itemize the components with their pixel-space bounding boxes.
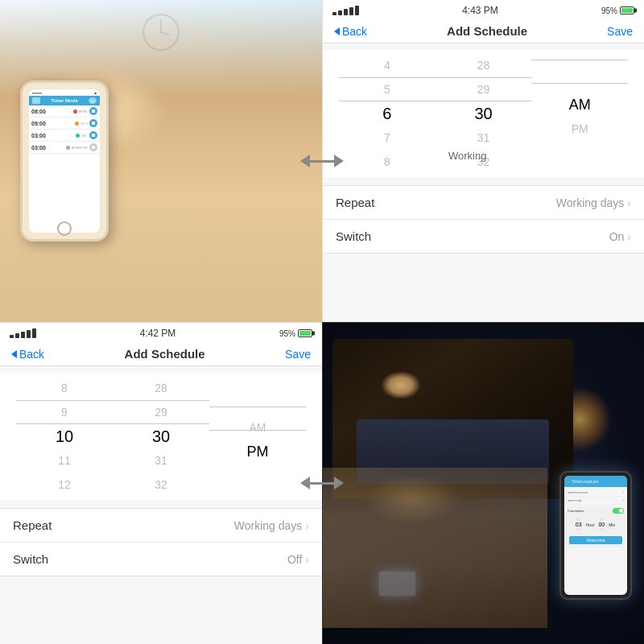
repeat-value: Working days	[556, 196, 625, 209]
nav-title-bottom: Add Schedule	[125, 347, 205, 361]
determine-button[interactable]: Determine	[569, 536, 622, 544]
switch-row[interactable]: Switch On ›	[323, 220, 644, 253]
home-button[interactable]	[57, 221, 72, 236]
settings-section-top: Repeat Working days › Switch On ›	[323, 185, 644, 254]
repeat-chevron-icon: ›	[627, 196, 631, 209]
battery-percent: 95%	[601, 6, 617, 15]
min-30b-selected: 30	[113, 424, 209, 448]
min-32: 32	[436, 150, 532, 174]
nav-bar-bottom: Back Add Schedule Save	[0, 342, 322, 366]
hour-5: 5	[339, 77, 436, 101]
hour-11b: 11	[16, 448, 113, 473]
clock-icon	[141, 12, 181, 52]
timer-row-2: 09:00 1·F·5	[29, 118, 100, 130]
battery-percent-bottom: 95%	[279, 329, 295, 338]
mini-time-picker: 02 03 04 Hour 00 00 01 Min	[568, 515, 624, 535]
app-title: Timer Mode	[51, 98, 78, 103]
hour-column-bottom[interactable]: 8 9 10 11 12	[16, 376, 113, 497]
timer-toggle-btn-2[interactable]	[89, 119, 97, 127]
back-label: Back	[342, 25, 367, 38]
countdown-section: Countdown 02 03 04 Hour	[566, 506, 625, 547]
back-chevron-icon-2	[11, 350, 17, 358]
hour-6-selected: 6	[339, 101, 436, 126]
timer-toggle-btn[interactable]	[89, 107, 97, 115]
battery-icon-bottom	[298, 329, 312, 337]
battery-area-bottom: 95%	[279, 329, 312, 338]
switch-row-bottom[interactable]: Switch Off ›	[0, 543, 322, 576]
minute-column-bottom[interactable]: 28 29 30 31 32	[113, 376, 209, 497]
ampm-pm-b: PM	[209, 440, 306, 464]
save-button[interactable]: Save	[607, 25, 633, 38]
ampm-am: AM	[531, 93, 628, 117]
woman-with-phone	[323, 468, 547, 629]
status-bar-top: 4:43 PM 95%	[323, 0, 644, 19]
min-32b: 32	[113, 473, 209, 497]
min-31b: 31	[113, 448, 209, 473]
phone-small-screen: ← TimerLoopLine smart account › smart ru…	[564, 476, 627, 595]
app-header: ← Timer Mode +	[29, 96, 100, 105]
ios-schedule-top: 4:43 PM 95% Back Add Schedule S	[323, 0, 644, 322]
quadrant-bottom-left: 4:42 PM 95% Back Add Schedule S	[0, 322, 322, 644]
time-picker-top[interactable]: 4 5 6 7 8 28 29 30 31	[323, 50, 644, 177]
quadrant-top-left: ●●●●● ■ ← Timer Mode +	[0, 0, 322, 322]
switch-label-bottom: Switch	[13, 552, 48, 566]
timer-toggle-btn-3[interactable]	[89, 131, 97, 139]
repeat-value-bottom: Working days	[234, 519, 303, 532]
switch-chevron-icon: ›	[627, 230, 631, 243]
min-28b: 28	[113, 376, 209, 400]
switch-value-bottom: Off	[287, 553, 302, 566]
status-dot-red	[73, 109, 77, 114]
svg-point-3	[159, 31, 163, 34]
ios-schedule-bottom: 4:42 PM 95% Back Add Schedule S	[0, 323, 322, 644]
hour-9b: 9	[16, 400, 113, 424]
save-button-bottom[interactable]: Save	[285, 348, 311, 361]
settings-section-bottom: Repeat Working days › Switch Off ›	[0, 508, 322, 576]
time-picker-bottom[interactable]: 8 9 10 11 12 28 29 30 31 32	[0, 373, 322, 500]
status-dot-green	[76, 134, 80, 138]
quadrant-bottom-right: ← TimerLoopLine smart account › smart ru…	[322, 322, 644, 644]
switch-label: Switch	[336, 229, 371, 243]
repeat-row-bottom[interactable]: Repeat Working days ›	[0, 509, 322, 543]
status-dot-gray	[66, 146, 70, 150]
phone-small-dark: ← TimerLoopLine smart account › smart ru…	[559, 471, 632, 600]
timer-row-4: 03:00 MTWRFSS	[29, 142, 100, 154]
min-30-selected: 30	[436, 101, 532, 126]
back-label-bottom: Back	[19, 348, 44, 361]
countdown-label: Countdown	[568, 509, 584, 513]
ampm-column[interactable]: AM PM	[531, 53, 628, 174]
signal-bars-2	[10, 328, 36, 338]
status-dot-yellow	[75, 122, 79, 126]
switch-value: On	[609, 230, 625, 243]
mini-app-header: ← TimerLoopLine	[564, 476, 627, 487]
hour-label: Hour	[585, 518, 596, 532]
mini-body: smart account › smart rule › Countdown	[564, 487, 627, 549]
status-time-bottom: 4:42 PM	[140, 328, 176, 339]
hour-8b: 8	[16, 376, 113, 400]
back-button[interactable]: Back	[334, 25, 367, 38]
ampm-am-b: AM	[209, 415, 306, 440]
countdown-toggle[interactable]	[613, 508, 624, 514]
hour-column[interactable]: 4 5 6 7 8	[339, 53, 436, 174]
repeat-label: Repeat	[336, 196, 374, 209]
nav-bar-top: Back Add Schedule Save	[323, 19, 644, 43]
repeat-row[interactable]: Repeat Working days ›	[323, 186, 644, 220]
min-28: 28	[436, 53, 532, 77]
mini-row-rule: smart rule ›	[566, 497, 625, 505]
status-time: 4:43 PM	[462, 5, 498, 16]
hour-7: 7	[339, 126, 436, 150]
switch-chevron-icon-2: ›	[305, 553, 309, 566]
ampm-column-bottom[interactable]: AM PM	[209, 376, 306, 497]
quadrant-top-right: 4:43 PM 95% Back Add Schedule S	[322, 0, 644, 322]
hour-12b: 12	[16, 473, 113, 497]
minute-column[interactable]: 28 29 30 31 32	[436, 53, 532, 174]
timer-toggle-btn-4[interactable]	[89, 143, 97, 151]
mini-header-title: TimerLoopLine	[572, 479, 625, 484]
back-button-bottom[interactable]: Back	[11, 348, 44, 361]
battery-area: 95%	[601, 6, 634, 15]
nav-title: Add Schedule	[447, 24, 527, 38]
hour-4: 4	[339, 53, 436, 77]
phone-mockup-q1: ●●●●● ■ ← Timer Mode +	[20, 80, 109, 242]
min-29b: 29	[113, 400, 209, 424]
timer-row-1: 08:00 MTW·	[29, 105, 100, 118]
signal-bars	[332, 6, 359, 15]
